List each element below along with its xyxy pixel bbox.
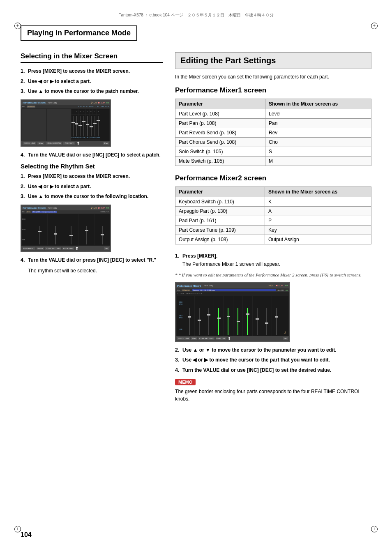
left-column: Selecting in the Mixer Screen 1. Press […	[21, 52, 163, 403]
ftrack8	[98, 116, 99, 136]
m2l2: PNO	[22, 228, 32, 230]
fader-label-num4: 4	[82, 109, 85, 114]
mb2-page: PAGE LIST	[62, 247, 74, 250]
r-step-3: 3. Use ▲ to move the cursor to the follo…	[21, 193, 163, 200]
m1r3c2: Rev	[265, 128, 371, 138]
page-wrapper: Fantom-X678_r_e.book 104 ページ ２０５年５月１２日 木…	[0, 0, 392, 555]
mixer-lg-bottom-bar: PATCH LIST Mute CTRL SETTING PART OFF ⬆ …	[176, 336, 289, 341]
step-1-num: 1.	[21, 68, 28, 75]
fader-label-num6: 6	[90, 109, 93, 114]
mlg-label1: Performance Mixer1	[177, 284, 201, 287]
step-1: 1. Press [MIXER] to access the MIXER scr…	[21, 68, 163, 75]
mlg-l3: STR	[177, 328, 184, 330]
mlg-body: PROPNO GRPPNO STR	[176, 295, 289, 336]
reg-mark-bl	[14, 526, 21, 532]
edit-step-3-text: Use ◀ or ▶ to move the cursor to the par…	[182, 357, 330, 364]
mixer2-col-param: Parameter	[175, 187, 265, 197]
m2k2	[54, 233, 57, 235]
m2c2	[48, 214, 63, 245]
table-row: Mute Switch (p. 105)M	[175, 157, 371, 166]
mlgc7	[243, 296, 252, 336]
edit-step-3: 3. Use ◀ or ▶ to move the cursor to the …	[175, 357, 371, 364]
mlg-part-label: Part	[281, 296, 288, 336]
m2c3	[63, 214, 78, 245]
m1r2c1: Part Pan (p. 108)	[175, 119, 265, 128]
mlgc1	[185, 296, 194, 336]
mixer-row-2: Oct 8 Tracks 1 2 3 4 5 6 7 8 9 10 11 12 …	[21, 105, 110, 108]
header-title: Playing in Performance Mode	[21, 25, 137, 41]
mlg-sel: Fantom 00-3 50-TPM+eve	[192, 289, 276, 291]
mlg-label2: New Song	[204, 284, 213, 287]
m2r4c2: Key	[265, 226, 371, 235]
m1r6c1: Mute Switch (p. 105)	[175, 157, 265, 166]
mixer2-label-4: ■STOP	[98, 207, 105, 209]
mixer2-label-5: 4/4	[106, 207, 109, 209]
mlgc4	[214, 296, 224, 336]
reg-mark-tl	[14, 23, 21, 29]
m2-selected: 001 | 008 | Compensation Cx	[32, 211, 57, 213]
mb2-part: Part	[104, 247, 109, 250]
mixer2-label-3: ♩=120	[91, 207, 97, 209]
flbl5: ORG	[86, 136, 89, 138]
mb-arrow: ⬆	[76, 141, 80, 145]
m2f5	[102, 226, 103, 244]
m2-labels: PRO PNO STR	[22, 214, 32, 245]
mixer2-table-body: Keyboard Switch (p. 110)K Arpeggio Part …	[175, 197, 371, 244]
mlg-row3: 1 2 3 4 5 6 7 8 9 10 11 12 13 14 15 16	[176, 292, 289, 295]
mb-ctrl: CTRL SETTING	[46, 142, 62, 145]
mixer-label-4: ■STOP	[98, 101, 105, 104]
m2k1	[38, 231, 42, 232]
two-col-layout: Selecting in the Mixer Screen 1. Press […	[21, 52, 371, 403]
mixer-top-bar-2: Performance Mixer1 New Song ♩=120 ■STOP …	[21, 205, 110, 210]
left-section-title: Selecting in the Mixer Screen	[21, 52, 163, 63]
fader-label-num3: 3	[78, 109, 82, 114]
mixer1-col-shown: Shown in the Mixer screen as	[265, 99, 371, 109]
edit-step-2-num: 2.	[175, 347, 182, 354]
m2r3c2: P	[265, 216, 371, 226]
mixer-label-2: New Song	[48, 101, 57, 104]
m2k3	[69, 235, 73, 236]
r-step-1-num: 1.	[21, 173, 28, 180]
mixer2-row2: Oct 8 Tr 001 | 008 | Compensation Cx INI…	[21, 210, 110, 214]
edit-step-1-sub: The Performance Mixer 1 screen will appe…	[182, 261, 280, 268]
m2r3c1: Pad Part (p. 161)	[175, 216, 265, 226]
step-2: 2. Use ◀ or ▶ to select a part.	[21, 78, 163, 85]
table-row: Part Reverb Send (p. 108)Rev	[175, 128, 371, 138]
rhythm-step4-list: 4. Turn the VALUE dial or press [INC] [D…	[21, 257, 163, 264]
editing-heading-box: Editing the Part Settings	[175, 52, 371, 69]
m2l1: PRO	[22, 218, 32, 220]
m2-oct: Oct	[22, 211, 25, 213]
table-row: Output Assign (p. 108)Output Assign	[175, 235, 371, 244]
edit-step-1: 1. Press [MIXER]. The Performance Mixer …	[175, 253, 371, 268]
footnote-content: * If you want to edit the parameters of …	[178, 272, 361, 277]
edit-step-4-text: Turn the VALUE dial or use [INC] [DEC] t…	[182, 367, 331, 374]
mixer-track: 8 Tracks	[27, 106, 35, 108]
fknob8	[97, 120, 100, 121]
m1r2c2: Pan	[265, 119, 371, 128]
flbl1: GRP	[71, 136, 75, 138]
mixer-label-1: Performance Mixer1	[23, 101, 46, 104]
flbl3: BRS	[78, 136, 82, 138]
ftrack7	[95, 116, 95, 136]
table-row: Pad Part (p. 161)P	[175, 216, 371, 226]
step-2-num: 2.	[21, 78, 28, 85]
edit-step-2-text: Use ▲ or ▼ to move the cursor to the par…	[182, 347, 336, 354]
memo-box: MEMO The green border enclosing four par…	[175, 379, 371, 403]
r-step-4-text: Turn the VALUE dial or press [INC] [DEC]…	[28, 257, 156, 264]
mlgc2	[195, 296, 204, 336]
m1r6c2: M	[265, 157, 371, 166]
mixer1-section-title: Performance Mixer1 screen	[175, 86, 371, 94]
m2c5	[95, 214, 110, 245]
fknob5	[86, 124, 89, 125]
fknob6	[90, 126, 93, 127]
mixer-screen-1: Performance Mixer1 New Song ♩=120 ■STOP …	[21, 99, 111, 147]
fknob7	[93, 123, 97, 124]
r-step-3-num: 3.	[21, 193, 28, 200]
edit-step-4: 4. Turn the VALUE dial or use [INC] [DEC…	[175, 367, 371, 374]
m2r5c1: Output Assign (p. 108)	[175, 235, 265, 244]
m2l3: STR	[22, 239, 32, 241]
mlg-row2: Oct 8 Tracks Fantom 00-3 50-TPM+eve dui.…	[176, 288, 289, 292]
ftrack1	[73, 116, 74, 136]
mlgc5	[224, 296, 233, 336]
mlgc9	[262, 296, 272, 336]
